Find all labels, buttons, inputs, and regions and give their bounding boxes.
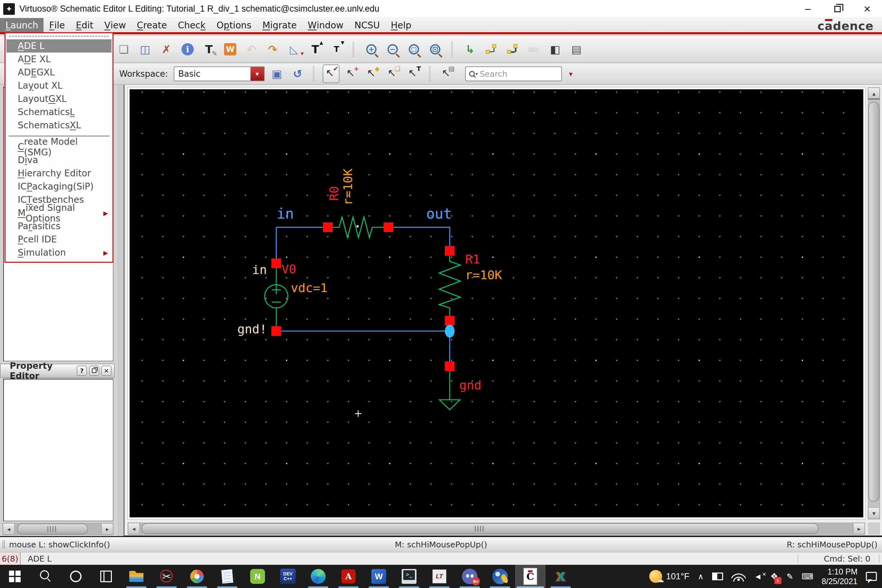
r1-name-label[interactable]: R1 (465, 252, 480, 266)
taskbar-edge-icon[interactable] (303, 565, 333, 588)
scroll-left-icon[interactable]: ◂ (128, 523, 140, 534)
r1-value-label[interactable]: r=10K (465, 268, 502, 282)
canvas-hscrollbar[interactable]: ◂ ▸ (128, 522, 865, 535)
label-mode-icon[interactable]: T (405, 64, 422, 83)
menu-help[interactable]: Help (385, 18, 417, 32)
pin-label-in[interactable]: in (252, 263, 267, 277)
zoom-to-selection-icon[interactable]: ⊡ (427, 40, 444, 58)
taskbar-cortana-icon[interactable] (61, 565, 91, 588)
menu-tearoff-handle[interactable] (9, 36, 109, 37)
display-icon[interactable] (712, 573, 723, 580)
redo-icon[interactable]: ↷ (264, 40, 281, 58)
single-select-mode-icon[interactable]: ✔ (323, 64, 339, 83)
menu-window[interactable]: Window (302, 18, 349, 32)
resistor-r0[interactable] (333, 217, 384, 238)
menu-check[interactable]: Check (172, 18, 211, 32)
menu-item-parasitics[interactable]: Parasitics (6, 219, 112, 233)
menu-item-hierarchy-editor[interactable]: Hierarchy Editor (6, 166, 112, 180)
wire-junction[interactable] (445, 325, 454, 338)
taskbar-file-explorer-icon[interactable] (121, 565, 152, 588)
taskbar-notepad-plus-plus-icon[interactable]: N (242, 565, 273, 588)
scroll-left-icon[interactable]: ◂ (3, 523, 15, 535)
restore-button[interactable] (823, 0, 852, 18)
left-panel-hscrollbar[interactable]: ◂ ▸ (3, 523, 114, 535)
gnd-cell-label[interactable]: gnd (459, 378, 482, 392)
volume-muted-icon[interactable]: ◄✕ (754, 572, 762, 581)
taskbar-xming-icon[interactable]: X (546, 565, 576, 588)
taskbar-dev-cpp-icon[interactable]: DEV C++ (273, 565, 303, 588)
copy-mode-icon[interactable]: ❏ (385, 64, 401, 83)
scroll-down-icon[interactable]: ▾ (868, 507, 880, 519)
taskbar-mobaxterm-icon[interactable]: >_ (394, 565, 424, 588)
save-workspace-icon[interactable]: ▣ (268, 64, 285, 83)
descend-icon[interactable]: ↳ (462, 40, 478, 58)
menu-ncsu[interactable]: NCSU (349, 18, 386, 32)
taskbar-discord-icon[interactable]: 9+ (454, 565, 485, 588)
tray-overflow-icon[interactable]: ∧ (698, 572, 704, 581)
display-options-icon[interactable]: ◫ (136, 40, 153, 58)
menu-item-pcell-ide[interactable]: Pcell IDE (6, 233, 112, 246)
menu-edit[interactable]: Edit (70, 18, 99, 32)
stretch-mode-icon[interactable]: ◆ (364, 64, 381, 83)
menu-item-layout-xl[interactable]: Layout XL (6, 79, 112, 92)
menu-item-ic-packaging-sip[interactable]: IC Packaging(SiP) (6, 180, 112, 193)
scroll-right-icon[interactable]: ▸ (102, 523, 113, 535)
minimize-button[interactable]: − (793, 0, 823, 18)
property-editor-header[interactable]: Property Editor ? ✕ (0, 364, 115, 378)
menu-item-schematics-xl[interactable]: Schematics XL (6, 118, 112, 132)
menu-create[interactable]: Create (132, 18, 172, 32)
text-size-up-icon[interactable]: T▲ (307, 40, 324, 58)
onedrive-icon[interactable]: ❖1 (771, 571, 778, 582)
search-options-caret-icon[interactable]: ▾ (569, 70, 573, 78)
taskbar-snipping-tool-icon[interactable]: ✂ (152, 565, 182, 588)
paste-icon[interactable]: ❏ (116, 40, 132, 58)
delete-icon[interactable]: ✗ (158, 40, 175, 58)
workspace-dropdown-icon[interactable]: ▾ (250, 67, 264, 81)
scroll-track[interactable] (15, 523, 102, 535)
v0-value-label[interactable]: vdc=1 (291, 281, 327, 295)
menu-item-mixed-signal-options[interactable]: Mixed Signal Options▶ (6, 206, 112, 219)
menu-item-ade-gxl[interactable]: ADE GXL (6, 66, 112, 79)
scroll-track[interactable] (140, 523, 853, 534)
menu-view[interactable]: View (99, 18, 132, 32)
workspace-combobox[interactable]: Basic ▾ (174, 66, 265, 81)
scroll-thumb[interactable] (17, 524, 88, 534)
taskbar-notepad-icon[interactable] (212, 565, 242, 588)
gnd-global-label[interactable]: gnd! (237, 322, 267, 336)
close-button[interactable]: ✕ (852, 0, 882, 18)
menu-item-ade-l[interactable]: ADE L (6, 39, 111, 52)
search-box[interactable]: ▾ ▾ (465, 66, 562, 81)
panel-splitter[interactable] (118, 85, 124, 536)
create-instance-icon[interactable]: ◧ (547, 40, 564, 58)
r0-name-label[interactable]: R0 (327, 186, 341, 201)
v0-name-label[interactable]: V0 (281, 262, 296, 276)
edit-labels-icon[interactable]: T✎ (201, 40, 217, 58)
taskbar-search-icon[interactable] (30, 565, 61, 588)
menu-item-schematics-l[interactable]: Schematics L (6, 105, 112, 118)
revert-workspace-icon[interactable]: ↺ (289, 64, 306, 83)
clock-widget[interactable]: 1:10 PM 8/25/2021 (822, 567, 858, 586)
hscroll-thumb[interactable] (141, 523, 819, 534)
pin-squares[interactable] (272, 222, 454, 371)
menu-launch[interactable]: Launch (0, 18, 44, 32)
taskbar-word-icon[interactable]: W (364, 565, 394, 588)
search-input[interactable] (480, 69, 562, 79)
schematic-canvas[interactable]: in out in V0 vdc=1 gnd! R0 r=10K R1 r=10… (128, 87, 865, 519)
property-editor-pane[interactable] (3, 379, 114, 521)
property-editor-float-button[interactable] (89, 366, 99, 376)
move-mode-icon[interactable]: + (344, 64, 360, 83)
menu-item-simulation[interactable]: Simulation▶ (6, 246, 112, 259)
taskbar-virtuoso-icon[interactable]: C (515, 565, 546, 588)
menu-file[interactable]: File (44, 18, 70, 32)
vscroll-thumb[interactable] (868, 102, 879, 502)
resistor-r1[interactable] (439, 256, 460, 316)
net-label-out[interactable]: out (426, 206, 452, 222)
menu-options[interactable]: Options (211, 18, 257, 32)
taskbar-task-view-icon[interactable] (91, 565, 121, 588)
property-editor-help-button[interactable]: ? (77, 366, 87, 376)
scroll-right-icon[interactable]: ▸ (853, 523, 865, 534)
create-wire-icon[interactable] (483, 40, 500, 58)
pen-icon[interactable]: ✎ (787, 572, 794, 581)
zoom-out-icon[interactable]: − (384, 40, 401, 58)
menu-item-create-model-smg[interactable]: Create Model (SMG) (6, 140, 112, 153)
